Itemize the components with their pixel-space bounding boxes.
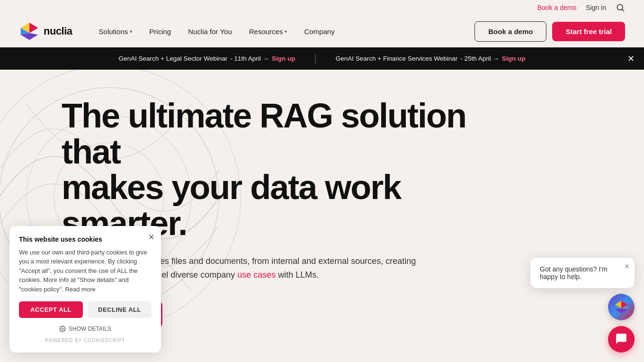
nav-item-company[interactable]: Company xyxy=(296,24,342,39)
nav-start-trial-button[interactable]: Start free trial xyxy=(552,22,625,41)
cookie-title: This website uses cookies xyxy=(19,235,152,243)
nav-item-pricing[interactable]: Pricing xyxy=(142,24,179,39)
announcement-item-1: GenAI Search + Legal Sector Webinar - 11… xyxy=(118,55,295,62)
chevron-down-icon: ▾ xyxy=(130,29,132,34)
cookie-accept-all-button[interactable]: ACCEPT ALL xyxy=(19,301,83,318)
nav-item-nuclia-for-you[interactable]: Nuclia for You xyxy=(180,24,240,39)
cookie-body: We use our own and third-party cookies t… xyxy=(19,248,152,294)
nuclia-chat-logo xyxy=(614,299,629,315)
chevron-down-icon: ▾ xyxy=(285,29,287,34)
nav-ctas: Book a demo Start free trial xyxy=(474,21,625,42)
top-bar: Book a demo Sign in xyxy=(0,0,644,15)
gear-icon xyxy=(59,326,66,332)
nav-book-demo-button[interactable]: Book a demo xyxy=(474,21,546,42)
chat-bubble-close-button[interactable]: ✕ xyxy=(624,262,630,270)
announcement-bar: GenAI Search + Legal Sector Webinar - 11… xyxy=(0,47,644,70)
announcement-2-link[interactable]: Sign up xyxy=(502,55,526,62)
announcement-2-date: - 25th April → xyxy=(460,55,499,62)
svg-line-1 xyxy=(622,9,624,11)
use-cases-link[interactable]: use cases xyxy=(237,270,276,280)
announcement-item-2: GenAI Search + Finance Services Webinar … xyxy=(336,55,526,62)
logo-icon xyxy=(19,21,40,42)
chat-toggle-button[interactable] xyxy=(608,326,635,353)
chat-avatar xyxy=(608,294,635,320)
cookie-powered-by: POWERED BY COOKIESCRIPT xyxy=(19,338,152,343)
announcement-2-prefix: GenAI Search + Finance Services Webinar xyxy=(336,55,458,62)
cookie-close-button[interactable]: ✕ xyxy=(148,233,154,242)
cookie-buttons: ACCEPT ALL DECLINE ALL xyxy=(19,301,152,318)
svg-point-0 xyxy=(617,4,623,10)
chat-message-text: Got any questions? I'm happy to help. xyxy=(540,265,608,281)
top-sign-in-link[interactable]: Sign in xyxy=(586,4,606,11)
top-book-demo-link[interactable]: Book a demo xyxy=(537,4,577,11)
hero-title: The ultimate RAG solution that makes you… xyxy=(62,98,488,241)
logo-text: nuclia xyxy=(44,25,72,37)
announcement-separator: | xyxy=(314,53,317,64)
chat-icon xyxy=(615,333,627,345)
nav-item-solutions[interactable]: Solutions ▾ xyxy=(91,24,140,39)
navbar: nuclia Solutions ▾ Pricing Nuclia for Yo… xyxy=(0,15,644,47)
announcement-1-prefix: GenAI Search + Legal Sector Webinar xyxy=(118,55,227,62)
cookie-show-details-button[interactable]: SHOW DETAILS xyxy=(19,324,152,334)
nav-links: Solutions ▾ Pricing Nuclia for You Resou… xyxy=(91,24,475,39)
chat-widget: Got any questions? I'm happy to help. ✕ xyxy=(530,258,635,353)
nav-item-resources[interactable]: Resources ▾ xyxy=(242,24,295,39)
chat-message-bubble: Got any questions? I'm happy to help. ✕ xyxy=(530,258,635,288)
cookie-banner: This website uses cookies ✕ We use our o… xyxy=(9,226,161,353)
logo[interactable]: nuclia xyxy=(19,21,72,42)
show-details-label: SHOW DETAILS xyxy=(69,326,111,332)
cookie-decline-all-button[interactable]: DECLINE ALL xyxy=(88,301,152,318)
svg-point-11 xyxy=(62,328,63,330)
announcement-1-link[interactable]: Sign up xyxy=(272,55,295,62)
close-announcement-button[interactable]: ✕ xyxy=(627,54,635,63)
search-icon[interactable] xyxy=(616,3,625,12)
announcement-1-date: - 11th April → xyxy=(230,55,269,62)
